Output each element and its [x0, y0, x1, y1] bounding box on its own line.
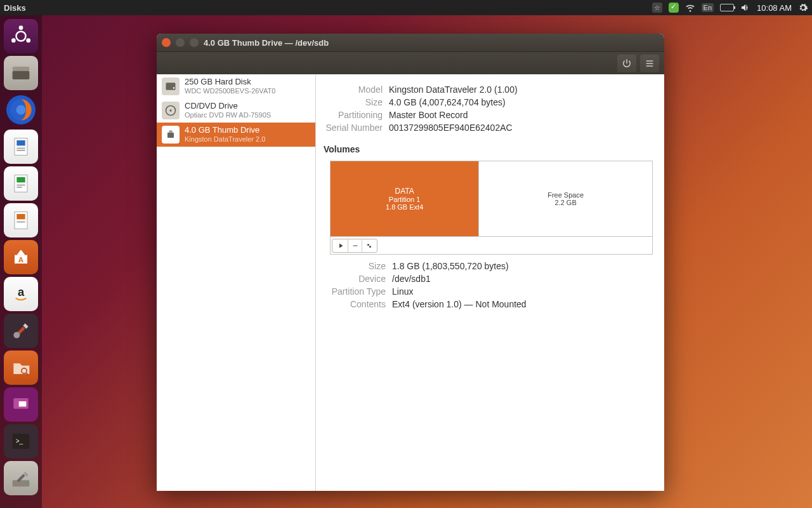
launcher-writer[interactable] [4, 130, 38, 164]
launcher-search-files[interactable] [4, 351, 38, 385]
svg-rect-17 [16, 214, 25, 219]
mount-button[interactable] [334, 239, 348, 252]
window-title: 4.0 GB Thumb Drive — /dev/sdb [204, 38, 329, 48]
label-partitioning: Partitioning [322, 110, 389, 120]
svg-rect-4 [13, 67, 30, 71]
device-title: 250 GB Hard Disk [185, 77, 275, 87]
device-sidebar: 250 GB Hard DiskWDC WD2500BEVS-26VAT0 CD… [157, 74, 316, 491]
volume-icon[interactable] [740, 3, 750, 13]
svg-rect-39 [353, 245, 357, 246]
device-subtitle: WDC WD2500BEVS-26VAT0 [185, 87, 275, 95]
launcher-software[interactable]: A [4, 240, 38, 274]
label-model: Model [322, 84, 389, 95]
free-space-size: 2.2 GB [554, 199, 576, 206]
update-available-icon[interactable] [669, 3, 679, 13]
svg-point-22 [13, 332, 20, 338]
top-panel: Disks ☆ En 10:08 AM [0, 0, 812, 15]
volume-free-space[interactable]: Free Space 2.2 GB [478, 161, 652, 236]
device-title: CD/DVD Drive [185, 102, 271, 111]
launcher-amazon[interactable]: a [4, 277, 38, 311]
value-pdevice: /dev/sdb1 [392, 274, 431, 284]
hdd-icon [162, 77, 180, 95]
svg-point-3 [26, 38, 30, 43]
free-space-label: Free Space [547, 191, 584, 199]
launcher-terminal[interactable]: >_ [4, 424, 38, 458]
main-content: ModelKingston DataTraveler 2.0 (1.00) Si… [316, 74, 664, 491]
launcher-calc[interactable] [4, 166, 38, 201]
dropbox-icon[interactable]: ☆ [652, 3, 662, 13]
usb-icon [162, 126, 180, 144]
svg-rect-38 [169, 130, 173, 132]
volumes-heading: Volumes [324, 144, 653, 154]
value-ptype: Linux [392, 286, 413, 297]
svg-text:a: a [18, 285, 25, 298]
disks-window: 4.0 GB Thumb Drive — /dev/sdb 250 GB Har… [157, 34, 664, 491]
clock[interactable]: 10:08 AM [757, 3, 792, 13]
launcher-screenshot[interactable] [4, 387, 38, 422]
disc-icon [162, 102, 180, 119]
label-ptype: Partition Type [322, 286, 392, 297]
keyboard-lang-indicator[interactable]: En [702, 3, 714, 12]
svg-rect-15 [16, 187, 22, 188]
svg-point-1 [19, 25, 23, 30]
label-psize: Size [322, 261, 392, 271]
label-pdevice: Device [322, 274, 392, 284]
svg-rect-13 [16, 177, 25, 182]
power-button[interactable] [617, 55, 636, 72]
value-psize: 1.8 GB (1,803,550,720 bytes) [392, 261, 509, 271]
unity-launcher: A a >_ [0, 15, 42, 508]
svg-text:>_: >_ [16, 438, 23, 444]
volume-size-fs: 1.8 GB Ext4 [386, 203, 423, 211]
svg-point-7 [16, 105, 26, 115]
device-hdd[interactable]: 250 GB Hard DiskWDC WD2500BEVS-26VAT0 [157, 74, 315, 98]
svg-rect-37 [167, 133, 174, 138]
battery-icon[interactable] [720, 4, 734, 11]
launcher-disks[interactable] [4, 461, 38, 495]
volume-partition-data[interactable]: DATA Partition 1 1.8 GB Ext4 [331, 161, 478, 236]
value-contents: Ext4 (version 1.0) — Not Mounted [392, 299, 527, 309]
value-model: Kingston DataTraveler 2.0 (1.00) [389, 84, 518, 95]
svg-rect-30 [646, 60, 653, 61]
volumes-map: DATA Partition 1 1.8 GB Ext4 Free Space … [330, 161, 653, 237]
svg-rect-31 [646, 63, 653, 64]
svg-rect-5 [13, 71, 30, 79]
svg-rect-10 [16, 148, 25, 149]
window-titlebar[interactable]: 4.0 GB Thumb Drive — /dev/sdb [157, 34, 664, 51]
device-subtitle: Kingston DataTraveler 2.0 [185, 135, 265, 144]
svg-point-29 [26, 483, 28, 485]
svg-rect-18 [16, 222, 25, 223]
device-optical[interactable]: CD/DVD DriveOptiarc DVD RW AD-7590S [157, 98, 315, 123]
volume-name: DATA [395, 187, 414, 196]
device-thumb[interactable]: 4.0 GB Thumb DriveKingston DataTraveler … [157, 123, 315, 147]
system-tray: ☆ En 10:08 AM [652, 3, 808, 13]
launcher-files[interactable] [4, 56, 38, 90]
value-serial: 00137299805EF940E62402AC [389, 123, 513, 133]
svg-rect-33 [166, 83, 176, 90]
label-size: Size [322, 97, 389, 107]
svg-point-0 [16, 32, 26, 41]
svg-point-2 [11, 38, 16, 43]
delete-partition-button[interactable] [348, 239, 362, 252]
label-contents: Contents [322, 299, 392, 309]
value-partitioning: Master Boot Record [389, 110, 468, 120]
launcher-impress[interactable] [4, 203, 38, 237]
volume-partition-label: Partition 1 [389, 196, 421, 203]
svg-rect-9 [16, 140, 25, 145]
menu-button[interactable] [640, 55, 659, 72]
wifi-icon[interactable] [685, 3, 695, 13]
launcher-settings[interactable] [4, 314, 38, 348]
window-minimize-button[interactable] [176, 38, 185, 47]
launcher-dash[interactable] [4, 19, 38, 53]
svg-rect-11 [16, 150, 25, 151]
partition-options-button[interactable] [362, 239, 376, 252]
window-maximize-button[interactable] [190, 38, 199, 47]
device-title: 4.0 GB Thumb Drive [185, 126, 265, 135]
svg-point-34 [173, 87, 175, 89]
window-close-button[interactable] [162, 38, 171, 47]
window-toolbar [157, 51, 664, 74]
panel-app-name: Disks [4, 3, 26, 13]
svg-rect-32 [646, 65, 653, 66]
launcher-firefox[interactable] [4, 93, 38, 127]
session-gear-icon[interactable] [798, 3, 808, 13]
label-serial: Serial Number [322, 123, 389, 133]
